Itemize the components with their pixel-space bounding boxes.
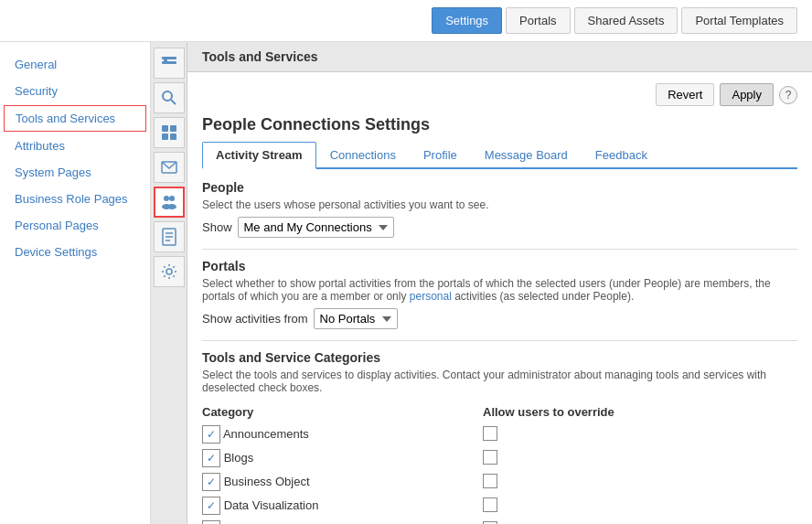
search-icon[interactable] xyxy=(154,82,185,113)
action-bar: Revert Apply ? xyxy=(202,83,797,106)
shared-assets-tab[interactable]: Shared Assets xyxy=(574,7,678,34)
sidebar-item-device-settings[interactable]: Device Settings xyxy=(0,239,150,265)
category-cell: Discussions xyxy=(202,518,483,524)
sidebar-item-general[interactable]: General xyxy=(0,51,150,78)
content-header: Tools and Services xyxy=(187,42,812,72)
apply-button[interactable]: Apply xyxy=(720,83,774,106)
table-row: Data Visualization xyxy=(202,494,797,518)
svg-rect-8 xyxy=(170,134,176,140)
people-show-row: Show Me and My Connections Everyone Just… xyxy=(202,217,797,238)
override-cell xyxy=(483,422,797,446)
category-cell: Business Object xyxy=(202,470,483,494)
tab-profile[interactable]: Profile xyxy=(410,142,471,169)
category-cell: Data Visualization xyxy=(202,494,483,518)
blogs-checkbox[interactable] xyxy=(202,449,220,467)
sidebar: General Security Tools and Services Attr… xyxy=(0,42,151,524)
svg-rect-5 xyxy=(162,125,168,132)
portals-show-select[interactable]: No Portals All Portals My Portals xyxy=(314,308,398,329)
portals-show-label: Show activities from xyxy=(202,312,308,326)
blogs-override-checkbox[interactable] xyxy=(483,450,497,465)
gear-icon[interactable] xyxy=(154,256,185,287)
discussions-override-checkbox[interactable] xyxy=(483,521,497,525)
tabs: Activity Stream Connections Profile Mess… xyxy=(202,142,797,169)
settings-tab[interactable]: Settings xyxy=(432,7,502,34)
sidebar-item-system-pages[interactable]: System Pages xyxy=(0,159,150,186)
blogs-label: Blogs xyxy=(224,451,254,465)
sidebar-item-personal-pages[interactable]: Personal Pages xyxy=(0,212,150,239)
portals-show-row: Show activities from No Portals All Port… xyxy=(202,308,797,329)
business-object-override-checkbox[interactable] xyxy=(483,474,497,488)
section-divider-2 xyxy=(202,340,797,341)
data-visualization-override-checkbox[interactable] xyxy=(483,497,497,512)
table-row: Blogs xyxy=(202,446,797,470)
people-show-select[interactable]: Me and My Connections Everyone Just Me xyxy=(238,217,394,238)
portals-tab[interactable]: Portals xyxy=(506,7,570,34)
table-row: Announcements xyxy=(202,422,797,446)
content-body: Revert Apply ? People Connections Settin… xyxy=(187,72,812,524)
table-row: Business Object xyxy=(202,470,797,494)
top-navigation: Settings Portals Shared Assets Portal Te… xyxy=(0,0,812,42)
people-section-title: People xyxy=(202,180,797,195)
portals-section-desc: Select whether to show portal activities… xyxy=(202,277,797,303)
grid-icon[interactable] xyxy=(154,117,185,148)
business-object-checkbox[interactable] xyxy=(202,473,220,491)
svg-point-11 xyxy=(169,196,175,201)
people-show-label: Show xyxy=(202,220,232,234)
sidebar-item-business-role-pages[interactable]: Business Role Pages xyxy=(0,186,150,212)
svg-rect-0 xyxy=(162,57,176,59)
revert-button[interactable]: Revert xyxy=(656,83,714,106)
help-button[interactable]: ? xyxy=(779,86,797,104)
svg-rect-6 xyxy=(170,125,176,132)
portals-highlight: personal xyxy=(410,290,452,303)
tools-section-desc: Select the tools and services to display… xyxy=(202,369,797,394)
announcements-override-checkbox[interactable] xyxy=(483,426,497,441)
mail-icon[interactable] xyxy=(154,152,185,183)
portals-section-title: Portals xyxy=(202,259,797,273)
settings-title: People Connections Settings xyxy=(202,115,797,134)
people-icon[interactable] xyxy=(154,187,185,218)
svg-rect-2 xyxy=(164,59,167,64)
main-layout: General Security Tools and Services Attr… xyxy=(0,42,812,524)
tools-icon[interactable] xyxy=(154,48,185,79)
svg-rect-7 xyxy=(162,134,168,140)
portal-templates-tab[interactable]: Portal Templates xyxy=(681,7,797,34)
tab-connections[interactable]: Connections xyxy=(316,142,410,169)
section-divider-1 xyxy=(202,249,797,250)
tab-feedback[interactable]: Feedback xyxy=(582,142,661,169)
category-table: Category Allow users to override Announc… xyxy=(202,401,797,524)
svg-point-3 xyxy=(163,91,172,101)
tab-activity-stream[interactable]: Activity Stream xyxy=(202,142,316,169)
svg-point-13 xyxy=(167,204,176,209)
business-object-label: Business Object xyxy=(224,475,310,488)
column-category: Category xyxy=(202,401,483,422)
data-visualization-label: Data Visualization xyxy=(224,498,319,512)
sidebar-item-attributes[interactable]: Attributes xyxy=(0,133,150,159)
tab-message-board[interactable]: Message Board xyxy=(471,142,582,169)
discussions-checkbox[interactable] xyxy=(202,520,220,524)
announcements-checkbox[interactable] xyxy=(202,425,220,444)
override-cell xyxy=(483,494,797,518)
announcements-label: Announcements xyxy=(223,427,309,441)
svg-point-10 xyxy=(164,196,169,201)
data-visualization-checkbox[interactable] xyxy=(202,497,220,515)
people-section-desc: Select the users whose personal activiti… xyxy=(202,198,797,211)
svg-point-18 xyxy=(166,269,172,274)
tools-section-title: Tools and Service Categories xyxy=(202,350,797,365)
column-allow: Allow users to override xyxy=(483,401,797,422)
icon-sidebar xyxy=(151,42,187,524)
override-cell xyxy=(483,470,797,494)
sidebar-item-tools-and-services[interactable]: Tools and Services xyxy=(4,105,146,132)
table-row: Discussions xyxy=(202,518,797,524)
override-cell xyxy=(483,446,797,470)
sidebar-item-security[interactable]: Security xyxy=(0,78,150,104)
svg-line-4 xyxy=(171,100,176,104)
document-icon[interactable] xyxy=(154,221,185,252)
category-cell: Blogs xyxy=(202,446,483,470)
override-cell xyxy=(483,518,797,524)
content-area: Tools and Services Revert Apply ? People… xyxy=(187,42,812,524)
category-cell: Announcements xyxy=(202,422,483,446)
